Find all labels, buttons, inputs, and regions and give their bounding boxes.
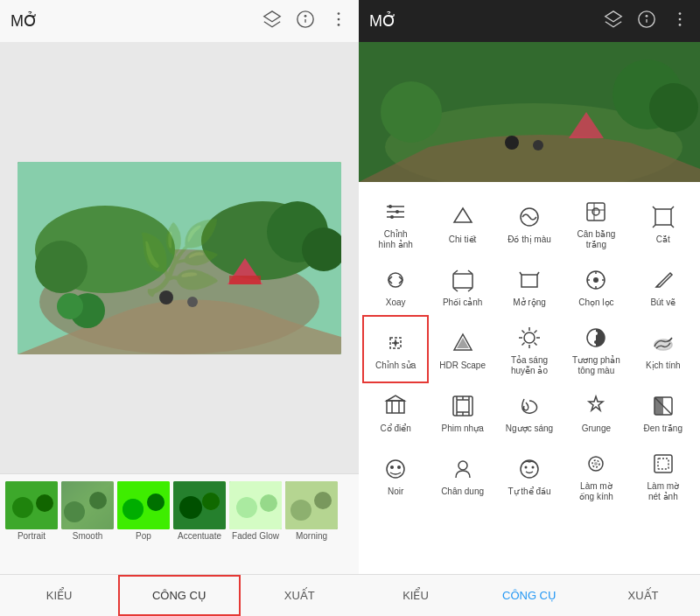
tool-tuong-phan[interactable]: Tương phảntông màu	[563, 315, 629, 383]
svg-marker-60	[454, 208, 472, 222]
tool-chinh-hinh-anh-label: Chỉnhhình ảnh	[379, 229, 413, 250]
svg-line-76	[537, 272, 539, 275]
svg-point-86	[394, 341, 397, 345]
tool-toa-sang[interactable]: Tỏa sánghuyễn ảo	[496, 315, 563, 383]
tool-kich-tinh-icon	[649, 329, 677, 357]
filter-portrait-label: Portrait	[18, 531, 46, 541]
tool-tuong-phan-icon	[582, 324, 610, 352]
svg-rect-102	[387, 401, 404, 413]
tool-noir[interactable]: Noir	[362, 441, 429, 509]
tool-tu-the-dau[interactable]: Tự thể đầu	[496, 441, 563, 509]
svg-point-5	[338, 18, 340, 20]
svg-marker-103	[387, 396, 404, 401]
tool-chinh-hinh-anh[interactable]: Chỉnhhình ảnh	[362, 189, 429, 257]
tool-hdr-scape[interactable]: HDR Scape	[429, 315, 495, 383]
svg-rect-115	[654, 397, 663, 415]
svg-point-43	[679, 18, 682, 20]
filter-fadedglow-label: Faded Glow	[232, 531, 279, 541]
filter-portrait[interactable]: Portrait	[5, 481, 58, 570]
tool-lam-mo-ong-kinh[interactable]: Làm mờống kính	[563, 441, 629, 509]
tool-chon-loc[interactable]: Chọn lọc	[563, 257, 629, 315]
filter-pop[interactable]: Pop	[117, 481, 170, 570]
tool-grunge-icon	[582, 392, 610, 420]
tool-toa-sang-icon	[515, 324, 543, 352]
left-tab-kieu[interactable]: KIỂU	[0, 575, 118, 616]
tool-tu-the-dau-icon	[515, 455, 543, 483]
tool-nguoc-sang[interactable]: Ngược sáng	[496, 383, 563, 441]
svg-point-99	[594, 332, 598, 335]
tool-phoi-canh[interactable]: Phối cảnh	[429, 257, 495, 315]
svg-point-42	[679, 12, 682, 15]
filter-fadedglow[interactable]: Faded Glow	[229, 481, 282, 570]
tool-den-trang-label: Đen trắng	[644, 424, 682, 434]
svg-point-30	[179, 496, 202, 519]
svg-point-121	[524, 466, 527, 469]
tool-chan-dung[interactable]: Chân dung	[429, 441, 495, 509]
tool-chinh-sua[interactable]: Chỉnh sửa	[362, 315, 429, 383]
layers-icon[interactable]	[262, 10, 282, 33]
left-tab-congtool[interactable]: CÔNG CỤ	[118, 575, 240, 616]
tool-cat-label: Cắt	[656, 234, 670, 245]
svg-rect-62	[587, 203, 605, 220]
tool-chinh-hinh-anh-icon	[382, 198, 410, 226]
right-more-vert-icon[interactable]	[670, 10, 690, 33]
svg-point-28	[147, 494, 164, 511]
svg-line-65	[653, 206, 655, 209]
left-bottom-tabs: KIỂU CÔNG CỤ XUẤT	[0, 574, 359, 616]
svg-line-67	[653, 225, 655, 228]
filter-morning[interactable]: Morning	[285, 481, 338, 570]
svg-point-122	[531, 466, 534, 469]
svg-line-97	[522, 343, 524, 346]
left-title: MỞ	[10, 11, 38, 31]
right-tab-xuat[interactable]: XUẤT	[586, 575, 700, 616]
svg-point-63	[592, 208, 599, 215]
tool-kich-tinh[interactable]: Kịch tính	[630, 315, 696, 383]
tool-co-dien-label: Cổ điển	[381, 424, 411, 434]
info-icon[interactable]	[296, 10, 315, 33]
tool-grid-container: Chỉnhhình ảnh Chi tiết Đồ thị màu	[359, 182, 700, 574]
filter-smooth[interactable]: Smooth	[61, 481, 114, 570]
tool-phim-nhua[interactable]: Phim nhựa	[429, 383, 495, 441]
svg-line-75	[520, 272, 522, 275]
svg-point-59	[390, 215, 394, 219]
svg-marker-0	[264, 10, 280, 21]
tool-lam-mo-net-anh[interactable]: Làm mờnét ảnh	[630, 441, 696, 509]
tool-chi-tiet[interactable]: Chi tiết	[429, 189, 495, 257]
tool-chon-loc-label: Chọn lọc	[578, 298, 613, 308]
svg-point-125	[594, 462, 598, 466]
left-panel: MỞ	[0, 0, 359, 616]
tool-den-trang[interactable]: Đen trắng	[630, 383, 696, 441]
tool-co-dien[interactable]: Cổ điển	[362, 383, 429, 441]
svg-point-116	[387, 460, 404, 478]
right-tab-congtool[interactable]: CÔNG CỤ	[472, 575, 586, 616]
filter-accentuate[interactable]: Accentuate	[173, 481, 226, 570]
tool-but-ve[interactable]: Bút vẽ	[630, 257, 696, 315]
tool-den-trang-icon	[649, 392, 677, 420]
tool-can-bang-trang[interactable]: Cân bằngtrắng	[563, 189, 629, 257]
right-info-icon[interactable]	[637, 10, 656, 33]
tool-mo-rong[interactable]: Mở rộng	[496, 257, 563, 315]
svg-line-68	[671, 225, 674, 228]
tool-xoay[interactable]: Xoay	[362, 257, 429, 315]
svg-line-96	[534, 331, 536, 333]
tool-chi-tiet-icon	[449, 203, 477, 231]
svg-point-57	[388, 205, 392, 208]
right-layers-icon[interactable]	[604, 10, 623, 33]
left-tab-xuat[interactable]: XUẤT	[241, 575, 359, 616]
svg-point-6	[338, 24, 340, 26]
tool-but-ve-label: Bút vẽ	[650, 298, 676, 308]
svg-point-24	[64, 501, 85, 522]
svg-point-118	[397, 466, 401, 469]
filter-accentuate-label: Accentuate	[178, 531, 221, 541]
tool-grunge[interactable]: Grunge	[563, 383, 629, 441]
right-tab-kieu[interactable]: KIỂU	[359, 575, 472, 616]
tool-do-thi-mau[interactable]: Đồ thị màu	[496, 189, 563, 257]
tool-cat[interactable]: Cắt	[630, 189, 696, 257]
svg-line-95	[534, 343, 536, 346]
tool-nguoc-sang-icon	[515, 392, 543, 420]
right-title: MỞ	[369, 11, 396, 31]
tool-chon-loc-icon	[582, 266, 610, 294]
tool-lam-mo-ong-kinh-icon	[582, 450, 610, 478]
svg-point-22	[36, 494, 53, 512]
more-vert-icon[interactable]	[329, 10, 348, 33]
